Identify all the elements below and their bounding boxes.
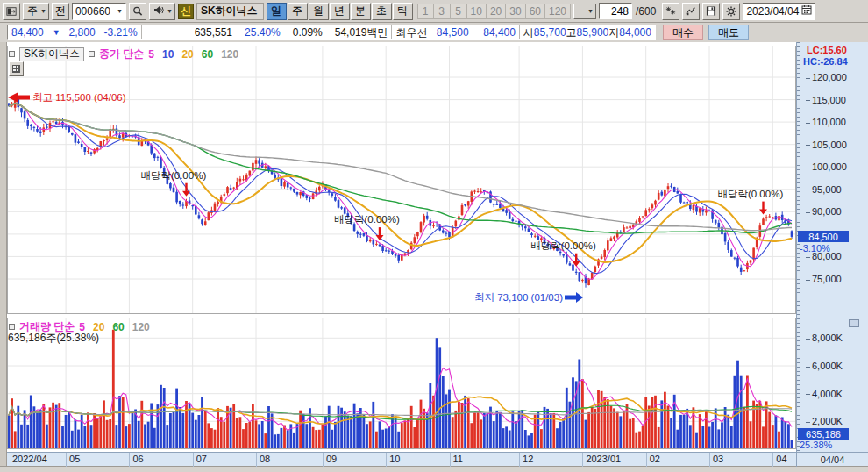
x-axis-tick-label: 11	[453, 454, 463, 464]
interval-button-120[interactable]: 120	[545, 4, 571, 19]
save-icon[interactable]	[702, 3, 720, 20]
interval-button-20[interactable]: 20	[487, 4, 506, 19]
compare-symbols-icon[interactable]	[662, 3, 679, 20]
interval-button-1[interactable]: 1	[417, 4, 434, 19]
tab-period-년[interactable]: 년	[330, 3, 350, 20]
main-toolbar: 주 ▼ 전 000660 ▼ ▼ 신 SK하이닉스 일주월년분초틱 135102…	[0, 0, 868, 23]
candle-count-max-label: /600	[636, 5, 656, 18]
price-cell: 84,400 ▼ 2,800 -3.21%	[8, 25, 141, 39]
x-axis-separator	[772, 453, 773, 467]
chevron-down-icon: ▼	[587, 8, 594, 14]
best-bid-cell: 84,400	[473, 25, 519, 39]
x-axis[interactable]: 04/04 2022/0405060708091011122023/010203…	[7, 452, 868, 466]
chart-type-value: 주	[27, 4, 38, 18]
current-price-pct: -3.10%	[800, 243, 830, 254]
ex-dividend-annotation: 배당락(0.00%)	[530, 240, 596, 253]
x-axis-tick-label: 12	[523, 454, 533, 464]
x-axis-separator	[323, 453, 324, 467]
x-axis-tick-label: 02	[650, 454, 660, 464]
tab-period-틱[interactable]: 틱	[393, 3, 413, 20]
settings-gear-icon[interactable]	[722, 3, 740, 20]
interval-button-10[interactable]: 10	[467, 4, 487, 19]
tab-period-월[interactable]: 월	[309, 3, 329, 20]
price-ma-legend-label: 종가 단순	[99, 46, 144, 61]
ma-period-label-10: 10	[162, 48, 174, 61]
low-label: 저	[608, 25, 619, 40]
sell-button[interactable]: 매도	[708, 25, 749, 40]
x-axis-tick-label: 06	[132, 454, 143, 464]
ma-period-label-20: 20	[181, 48, 193, 61]
stock-name-label: SK하이닉스	[196, 3, 264, 20]
trade-amount: 54,019백만	[335, 25, 388, 40]
x-axis-separator	[256, 453, 257, 467]
search-icon[interactable]	[129, 3, 146, 20]
ex-dividend-annotation: 배당락(0.00%)	[334, 213, 400, 226]
best-quote-cell: 최우선 84,500	[392, 25, 472, 39]
chevron-down-icon: ▼	[117, 8, 123, 14]
bottom-scrollbar[interactable]	[0, 466, 868, 472]
x-axis-separator	[193, 453, 194, 467]
trendline-tool-icon[interactable]	[682, 3, 700, 20]
x-axis-tick-label: 09	[326, 454, 337, 464]
x-axis-corner-date: 04/04	[796, 453, 868, 467]
tab-period-주[interactable]: 주	[288, 3, 308, 20]
price-change-pct: -3.21%	[104, 26, 138, 39]
grid-toggle-icon[interactable]	[9, 61, 24, 76]
x-axis-tick-label: 05	[69, 454, 80, 464]
tab-period-초[interactable]: 초	[372, 3, 392, 20]
x-axis-separator	[709, 453, 710, 467]
open-value: 85,700	[534, 26, 566, 39]
prev-stock-button[interactable]: 전	[52, 3, 69, 20]
sound-select[interactable]: ▼	[149, 3, 175, 20]
price-change: 2,800	[69, 26, 96, 39]
ohl-cell: 시 85,700 고 85,900 저 84,000	[520, 25, 655, 39]
period-tab-group: 일주월년분초틱	[267, 3, 413, 20]
ma-period-label-120: 120	[221, 48, 238, 61]
chevron-down-icon: ▼	[40, 8, 46, 14]
x-axis-tick-label: 10	[389, 454, 400, 464]
volume-cell: 635,551 25.40% 0.09% 54,019백만	[142, 25, 392, 39]
x-axis-separator	[386, 453, 387, 467]
high-value: 85,900	[577, 26, 609, 39]
x-axis-separator	[129, 453, 130, 467]
ma-period-label-60: 60	[112, 321, 124, 333]
volume-ratio: 25.40%	[245, 26, 281, 39]
ex-dividend-annotation: 배당락(0.00%)	[717, 188, 783, 201]
x-axis-tick-label: 07	[196, 454, 207, 464]
interval-button-60[interactable]: 60	[526, 4, 545, 19]
buy-button[interactable]: 매수	[663, 25, 703, 40]
x-axis-tick-label: 2022/04	[12, 454, 47, 464]
price-ma-periods: 5102060120	[148, 48, 238, 61]
quote-bar: 84,400 ▼ 2,800 -3.21% 635,551 25.40% 0.0…	[0, 23, 868, 42]
x-axis-tick-label: 03	[713, 454, 723, 464]
legend-checkbox[interactable]	[89, 51, 95, 57]
volume-readout: 635,186주(25.38%)	[8, 331, 99, 346]
low-value: 84,000	[619, 26, 651, 39]
x-axis-separator	[646, 453, 647, 467]
chart-window-icon[interactable]	[3, 3, 20, 20]
interval-button-5[interactable]: 5	[451, 4, 467, 19]
extra-interval-select[interactable]: ▼	[573, 4, 596, 19]
legend-checkbox[interactable]	[9, 51, 15, 57]
best-ask: 84,500	[437, 26, 469, 39]
tab-period-분[interactable]: 분	[351, 3, 371, 20]
chart-type-select[interactable]: 주 ▼	[23, 3, 49, 20]
minute-interval-group: 13510203060120	[417, 4, 571, 19]
stock-code-input[interactable]: 000660 ▼	[72, 3, 126, 20]
legend-checkbox[interactable]	[9, 324, 15, 330]
tab-period-일[interactable]: 일	[267, 3, 287, 20]
x-axis-tick-label: 08	[260, 454, 270, 464]
interval-button-30[interactable]: 30	[506, 4, 525, 19]
interval-button-3[interactable]: 3	[434, 4, 451, 19]
open-label: 시	[523, 25, 534, 40]
x-axis-separator	[582, 453, 583, 467]
candle-count-input[interactable]	[599, 3, 632, 19]
ma-period-label-5: 5	[148, 48, 154, 61]
calendar-icon	[801, 4, 812, 18]
x-axis-separator	[450, 453, 451, 467]
date-picker[interactable]: 2023/04/04	[743, 3, 815, 20]
best-label: 최우선	[395, 25, 427, 40]
down-arrow-icon: ▼	[53, 28, 60, 37]
legend-symbol-label: SK하이닉스	[19, 47, 84, 61]
chart-canvas[interactable]	[0, 42, 868, 452]
